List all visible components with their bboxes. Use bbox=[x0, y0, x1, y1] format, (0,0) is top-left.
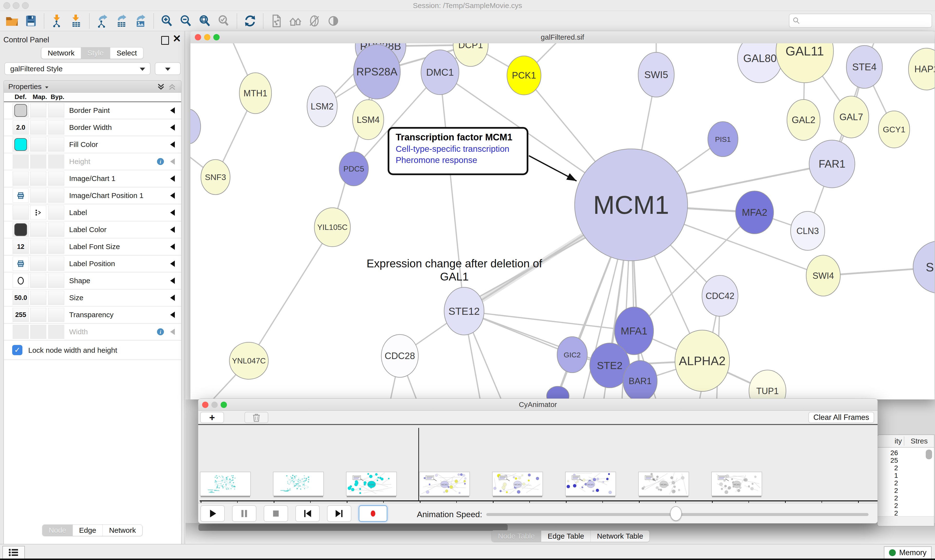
tab-edge[interactable]: Edge bbox=[73, 525, 102, 536]
memory-button[interactable]: Memory bbox=[884, 546, 932, 559]
zoom-fit-button[interactable] bbox=[197, 13, 213, 29]
mapping-cell[interactable] bbox=[30, 120, 46, 134]
default-value-cell[interactable]: 2.0 bbox=[13, 120, 29, 134]
property-row-transparency[interactable]: 255Transparency bbox=[4, 306, 181, 323]
bypass-cell[interactable] bbox=[48, 189, 64, 203]
tab-node-table[interactable]: Node Table bbox=[492, 531, 541, 542]
default-value-cell[interactable] bbox=[13, 206, 29, 220]
tab-network[interactable]: Network bbox=[102, 525, 142, 536]
node-PCK1[interactable]: PCK1 bbox=[507, 56, 541, 95]
pause-button[interactable] bbox=[232, 505, 256, 522]
node-TUP1[interactable]: TUP1 bbox=[749, 370, 786, 400]
mapping-cell[interactable] bbox=[30, 154, 46, 169]
node-MFA2[interactable]: MFA2 bbox=[736, 191, 774, 234]
info-icon[interactable]: i bbox=[156, 327, 165, 337]
default-value-cell[interactable] bbox=[13, 257, 29, 271]
property-row-label[interactable]: Label bbox=[4, 205, 181, 222]
default-value-cell[interactable] bbox=[13, 189, 29, 203]
property-row-fill-color[interactable]: Fill Color bbox=[4, 136, 181, 153]
save-button[interactable] bbox=[23, 13, 39, 29]
node-SWI4[interactable]: SWI4 bbox=[806, 255, 840, 296]
bypass-cell[interactable] bbox=[48, 308, 64, 322]
network-caption[interactable]: Expression change after deletion of GAL1 bbox=[357, 257, 552, 283]
node-BAR1[interactable]: BAR1 bbox=[623, 360, 657, 400]
node-GAL2[interactable]: GAL2 bbox=[787, 100, 820, 140]
expand-row-icon[interactable] bbox=[170, 158, 175, 165]
node-CDC42[interactable]: CDC42 bbox=[702, 275, 738, 316]
network-canvas[interactable]: RPS28BRPS28ADMC1DCP1PCK1MTH1LSM2LSM4SNF3… bbox=[190, 43, 935, 400]
expand-row-icon[interactable] bbox=[170, 142, 175, 148]
mapping-cell[interactable] bbox=[30, 206, 46, 220]
table-cell[interactable]: 2 bbox=[877, 509, 898, 517]
expand-row-icon[interactable] bbox=[170, 175, 175, 182]
mapping-cell[interactable] bbox=[30, 325, 46, 339]
node-ALPHA2[interactable]: ALPHA2 bbox=[675, 330, 730, 391]
property-row-border-width[interactable]: 2.0Border Width bbox=[4, 119, 181, 136]
node-STE4[interactable]: STE4 bbox=[846, 46, 883, 88]
property-row-label-color[interactable]: Label Color bbox=[4, 222, 181, 238]
float-panel-icon[interactable] bbox=[161, 36, 169, 45]
table-cell[interactable]: 2 bbox=[877, 494, 898, 502]
mapping-cell[interactable] bbox=[30, 137, 46, 152]
bypass-cell[interactable] bbox=[48, 171, 64, 186]
search-box[interactable] bbox=[789, 14, 932, 28]
node-NODEB[interactable] bbox=[547, 386, 569, 400]
style-options-button[interactable] bbox=[155, 62, 181, 75]
bypass-cell[interactable] bbox=[48, 274, 64, 288]
table-cell[interactable]: 25 bbox=[877, 457, 898, 465]
default-value-cell[interactable]: 255 bbox=[13, 308, 29, 322]
network-file-button[interactable] bbox=[268, 13, 284, 29]
bypass-cell[interactable] bbox=[48, 223, 64, 237]
node-CLN3[interactable]: CLN3 bbox=[791, 211, 825, 250]
play-button[interactable] bbox=[201, 505, 225, 522]
property-row-size[interactable]: 50.0Size bbox=[4, 289, 181, 306]
bypass-cell[interactable] bbox=[48, 240, 64, 254]
table-cell[interactable]: 26 bbox=[877, 449, 898, 457]
cyanimator-titlebar[interactable]: CyAnimator bbox=[198, 399, 878, 411]
tab-select[interactable]: Select bbox=[110, 48, 143, 58]
close-panel-icon[interactable]: ✕ bbox=[173, 34, 181, 44]
node-YNL047C[interactable]: YNL047C bbox=[229, 342, 268, 379]
node-LSM4[interactable]: LSM4 bbox=[353, 100, 384, 140]
import-table-button[interactable] bbox=[68, 13, 84, 29]
bypass-cell[interactable] bbox=[48, 120, 64, 134]
default-value-cell[interactable] bbox=[13, 137, 29, 152]
timeline[interactable]: 0123456789 MCM1MCM1MCM1MCM1MCM1MCM1 Seco… bbox=[198, 425, 878, 503]
tab-style[interactable]: Style bbox=[81, 48, 110, 58]
animation-frame-3[interactable]: MCM1 bbox=[346, 472, 397, 496]
property-row-shape[interactable]: Shape bbox=[4, 272, 181, 289]
skip-start-button[interactable] bbox=[295, 505, 320, 522]
expand-row-icon[interactable] bbox=[170, 124, 175, 131]
animation-frame-6[interactable]: MCM1 bbox=[565, 472, 616, 496]
task-history-button[interactable] bbox=[2, 546, 25, 559]
mapping-cell[interactable] bbox=[30, 308, 46, 322]
speed-slider-thumb[interactable] bbox=[670, 506, 682, 521]
table-cell[interactable]: 2 bbox=[877, 464, 898, 472]
default-value-cell[interactable]: 50.0 bbox=[13, 291, 29, 305]
animation-frame-5[interactable]: MCM1 bbox=[492, 472, 543, 496]
bypass-cell[interactable] bbox=[48, 137, 64, 152]
default-value-cell[interactable] bbox=[13, 154, 29, 169]
node-GCY1[interactable]: GCY1 bbox=[878, 111, 910, 148]
annotation-arrow[interactable] bbox=[529, 156, 577, 181]
search-input[interactable] bbox=[803, 16, 929, 25]
home-button[interactable] bbox=[287, 13, 303, 29]
export-network-button[interactable] bbox=[94, 13, 111, 29]
node-PIS1[interactable]: PIS1 bbox=[708, 122, 738, 157]
default-value-cell[interactable] bbox=[13, 103, 29, 117]
node-FAR1[interactable]: FAR1 bbox=[809, 140, 855, 188]
default-value-cell[interactable] bbox=[13, 274, 29, 288]
node-PDC5[interactable]: PDC5 bbox=[339, 152, 369, 186]
expand-row-icon[interactable] bbox=[170, 329, 175, 335]
default-value-cell[interactable] bbox=[13, 223, 29, 237]
animation-frame-8[interactable]: MCM1 bbox=[711, 472, 762, 496]
tab-network-table[interactable]: Network Table bbox=[591, 531, 650, 542]
mapping-cell[interactable] bbox=[30, 171, 46, 186]
node-SWI5[interactable]: SWI5 bbox=[638, 52, 674, 97]
expand-row-icon[interactable] bbox=[170, 312, 175, 318]
bypass-cell[interactable] bbox=[48, 257, 64, 271]
record-button[interactable] bbox=[359, 505, 387, 522]
expand-row-icon[interactable] bbox=[170, 243, 175, 250]
show-graphics-button[interactable] bbox=[325, 13, 341, 29]
animation-frame-7[interactable]: MCM1 bbox=[638, 472, 689, 496]
